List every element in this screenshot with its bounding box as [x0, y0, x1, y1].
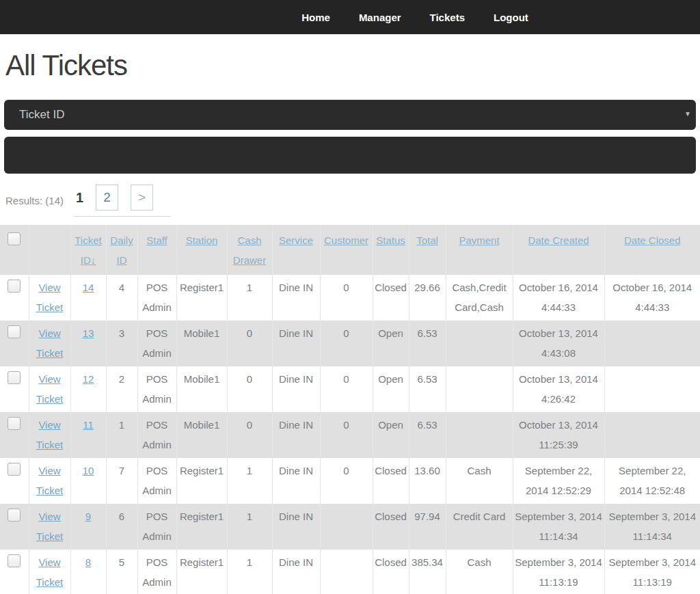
- ticket-id-link[interactable]: 8: [85, 556, 91, 568]
- status-cell: Open: [373, 412, 409, 458]
- payment-cell: [446, 366, 513, 412]
- service-cell: Dine IN: [272, 550, 320, 594]
- service-cell: Dine IN: [272, 504, 320, 550]
- staff-cell: POS Admin: [137, 321, 176, 366]
- daily-id-cell: 5: [106, 550, 137, 594]
- daily-id-cell: 1: [106, 412, 137, 458]
- date-closed-cell: September 22, 2014 12:52:48: [604, 458, 700, 504]
- station-cell: Mobile1: [176, 321, 227, 366]
- ticket-id-link[interactable]: 10: [83, 465, 94, 476]
- customer-cell: 0: [320, 321, 373, 366]
- station-cell: Register1: [176, 504, 227, 550]
- view-ticket-link[interactable]: View Ticket: [36, 327, 63, 359]
- next-page-button[interactable]: >: [131, 185, 153, 211]
- date-created-cell: October 13, 2014 4:43:08: [513, 321, 604, 366]
- date-closed-cell: [604, 366, 700, 412]
- header-payment[interactable]: Payment: [459, 234, 499, 246]
- staff-cell: POS Admin: [137, 550, 176, 594]
- staff-cell: POS Admin: [137, 275, 176, 321]
- cash-drawer-cell: 0: [227, 321, 272, 366]
- station-cell: Mobile1: [176, 412, 227, 458]
- view-ticket-link[interactable]: View Ticket: [36, 419, 63, 450]
- ticket-id-link[interactable]: 9: [85, 511, 91, 522]
- total-cell: 6.53: [409, 412, 446, 458]
- service-cell: Dine IN: [272, 275, 320, 321]
- view-ticket-link[interactable]: View Ticket: [36, 465, 63, 496]
- nav-tickets[interactable]: Tickets: [430, 12, 465, 23]
- ticket-id-link[interactable]: 11: [83, 419, 94, 431]
- daily-id-cell: 3: [106, 321, 137, 366]
- results-bar: Results: (14) 1 2 >: [5, 185, 700, 217]
- ticket-id-link[interactable]: 13: [83, 327, 94, 339]
- page-title: All Tickets: [5, 49, 700, 82]
- payment-cell: Credit Card: [446, 504, 513, 550]
- header-daily-id[interactable]: Daily ID: [110, 234, 133, 266]
- search-input[interactable]: [4, 137, 696, 174]
- date-closed-cell: [604, 412, 700, 458]
- header-date-closed[interactable]: Date Closed: [624, 234, 681, 246]
- view-ticket-link[interactable]: View Ticket: [36, 556, 63, 588]
- payment-cell: [446, 321, 513, 366]
- date-created-cell: September 22, 2014 12:52:29: [513, 458, 604, 504]
- dropdown-selected-value: Ticket ID: [19, 108, 64, 121]
- header-ticket-id[interactable]: Ticket ID↓: [75, 234, 101, 266]
- row-checkbox[interactable]: [8, 554, 21, 567]
- date-created-cell: September 3, 2014 11:13:19: [513, 550, 604, 594]
- status-cell: Closed: [373, 504, 409, 550]
- cash-drawer-cell: 1: [227, 275, 272, 321]
- nav-manager[interactable]: Manager: [359, 12, 401, 23]
- view-ticket-link[interactable]: View Ticket: [36, 282, 63, 313]
- total-cell: 6.53: [409, 366, 446, 412]
- header-service[interactable]: Service: [279, 234, 313, 246]
- table-row: View Ticket 14 4 POS Admin Register1 1 D…: [0, 275, 700, 321]
- page-1-current[interactable]: 1: [76, 190, 83, 206]
- date-created-cell: October 13, 2014 11:25:39: [513, 412, 604, 458]
- cash-drawer-cell: 1: [227, 458, 272, 504]
- chevron-down-icon: ▼: [684, 111, 691, 118]
- customer-cell: 0: [320, 366, 373, 412]
- header-station[interactable]: Station: [186, 234, 218, 246]
- view-ticket-link[interactable]: View Ticket: [36, 373, 63, 405]
- ticket-id-link[interactable]: 14: [83, 282, 94, 293]
- search-field-dropdown[interactable]: Ticket ID ▼: [4, 100, 696, 130]
- row-checkbox[interactable]: [8, 371, 21, 384]
- table-row: View Ticket 10 7 POS Admin Register1 1 D…: [0, 458, 700, 504]
- table-row: View Ticket 9 6 POS Admin Register1 1 Di…: [0, 504, 700, 550]
- select-all-checkbox[interactable]: [8, 232, 21, 245]
- header-staff[interactable]: Staff: [146, 234, 167, 246]
- daily-id-cell: 4: [106, 275, 137, 321]
- row-checkbox-cell: [0, 550, 29, 594]
- row-checkbox[interactable]: [8, 417, 21, 430]
- cash-drawer-cell: 1: [227, 550, 272, 594]
- header-total[interactable]: Total: [416, 234, 438, 246]
- row-checkbox[interactable]: [8, 325, 21, 338]
- nav-logout[interactable]: Logout: [494, 12, 528, 23]
- service-cell: Dine IN: [272, 458, 320, 504]
- view-ticket-link[interactable]: View Ticket: [36, 511, 63, 542]
- station-cell: Register1: [176, 458, 227, 504]
- header-customer[interactable]: Customer: [324, 234, 368, 246]
- staff-cell: POS Admin: [137, 412, 176, 458]
- date-closed-cell: [604, 321, 700, 366]
- payment-cell: [446, 412, 513, 458]
- total-cell: 385.34: [409, 550, 446, 594]
- row-checkbox[interactable]: [8, 463, 21, 476]
- row-checkbox-cell: [0, 504, 29, 550]
- header-status[interactable]: Status: [376, 234, 405, 246]
- page-2-link[interactable]: 2: [96, 185, 118, 211]
- payment-cell: Cash,Credit Card,Cash: [446, 275, 513, 321]
- header-date-created[interactable]: Date Created: [528, 234, 589, 246]
- row-checkbox[interactable]: [8, 280, 21, 293]
- ticket-id-link[interactable]: 12: [83, 373, 94, 385]
- row-checkbox[interactable]: [8, 509, 21, 522]
- station-cell: Register1: [176, 550, 227, 594]
- status-cell: Open: [373, 321, 409, 366]
- table-row: View Ticket 13 3 POS Admin Mobile1 0 Din…: [0, 321, 700, 366]
- header-cash-drawer[interactable]: Cash Drawer: [233, 234, 266, 266]
- date-created-cell: October 16, 2014 4:44:33: [513, 275, 604, 321]
- cash-drawer-cell: 0: [227, 366, 272, 412]
- nav-home[interactable]: Home: [301, 12, 330, 23]
- row-checkbox-cell: [0, 321, 29, 366]
- daily-id-cell: 2: [106, 366, 137, 412]
- status-cell: Closed: [373, 458, 409, 504]
